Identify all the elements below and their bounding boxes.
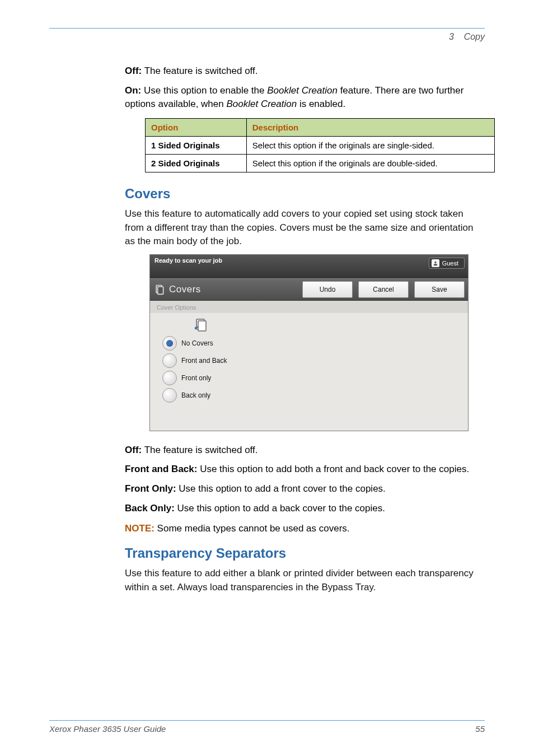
covers-off-label: Off: (125, 445, 142, 455)
off-paragraph: Off: The feature is switched off. (125, 64, 485, 78)
ui-topbar: Ready to scan your job Guest (150, 255, 468, 278)
guest-chip[interactable]: Guest (429, 258, 465, 269)
section-title-transparency: Transparency Separators (125, 545, 485, 561)
th-option: Option (146, 118, 247, 136)
on-label: On: (125, 85, 141, 96)
covers-off-text: The feature is switched off. (142, 445, 257, 455)
user-icon (432, 259, 439, 267)
fb-label: Front and Back: (125, 464, 197, 474)
on-text-1: Use this option to enable the (141, 85, 267, 96)
svg-rect-2 (158, 287, 163, 294)
footer-guide-title: Xerox Phaser 3635 User Guide (49, 724, 166, 734)
radio-group: No Covers Front and Back Front only Back… (150, 313, 468, 411)
radio-indicator-icon (162, 353, 177, 368)
front-only-paragraph: Front Only: Use this option to add a fro… (125, 482, 485, 496)
breadcrumb: 3 Copy (49, 32, 485, 42)
undo-button[interactable]: Undo (302, 281, 353, 298)
document-stack-icon (153, 283, 166, 296)
fo-label: Front Only: (125, 483, 176, 494)
cover-page-icon (194, 318, 209, 333)
fb-text: Use this option to add both a front and … (197, 464, 469, 474)
radio-no-covers[interactable]: No Covers (162, 336, 461, 351)
cancel-button[interactable]: Cancel (358, 281, 409, 298)
panel-title: Covers (169, 284, 297, 295)
radio-front-and-back[interactable]: Front and Back (162, 353, 461, 368)
bo-label: Back Only: (125, 503, 175, 514)
section-title-covers: Covers (125, 186, 485, 202)
on-em-2: Booklet Creation (226, 99, 297, 109)
covers-ui-screenshot: Ready to scan your job Guest Covers Undo… (149, 254, 469, 431)
transparency-text: Use this feature to add either a blank o… (125, 567, 485, 594)
table-row: 1 Sided Originals Select this option if … (146, 136, 495, 154)
chapter-title: Copy (464, 32, 485, 41)
front-and-back-paragraph: Front and Back: Use this option to add b… (125, 463, 485, 477)
fo-text: Use this option to add a front cover to … (176, 483, 386, 494)
back-only-paragraph: Back Only: Use this option to add a back… (125, 502, 485, 516)
table-row: 2 Sided Originals Select this option if … (146, 154, 495, 172)
header-rule (49, 28, 485, 29)
note-paragraph: NOTE: Some media types cannot be used as… (125, 523, 485, 534)
bo-text: Use this option to add a back cover to t… (175, 503, 385, 514)
on-paragraph: On: Use this option to enable the Bookle… (125, 84, 485, 111)
note-label: NOTE: (125, 523, 154, 534)
radio-label: Back only (181, 391, 210, 399)
radio-label: No Covers (181, 339, 213, 347)
desc-cell: Select this option if the originals are … (246, 136, 494, 154)
booklet-options-table: Option Description 1 Sided Originals Sel… (145, 118, 495, 172)
footer-rule (49, 720, 485, 721)
on-text-3: is enabled. (297, 99, 345, 109)
svg-rect-4 (198, 321, 206, 331)
off-text: The feature is switched off. (142, 66, 257, 76)
radio-label: Front only (181, 374, 211, 382)
opt-cell: 1 Sided Originals (146, 136, 247, 154)
radio-indicator-icon (162, 388, 177, 403)
radio-label: Front and Back (181, 357, 227, 365)
page-footer: Xerox Phaser 3635 User Guide 55 (49, 720, 485, 734)
opt-cell: 2 Sided Originals (146, 154, 247, 172)
svg-point-0 (434, 262, 436, 263)
off-label: Off: (125, 66, 142, 76)
desc-cell: Select this option if the originals are … (246, 154, 494, 172)
guest-label: Guest (442, 260, 458, 267)
cover-options-group-label: Cover Options (150, 301, 468, 313)
on-em-1: Booklet Creation (267, 85, 338, 96)
note-text: Some media types cannot be used as cover… (154, 523, 350, 534)
chapter-number: 3 (449, 32, 454, 41)
save-button[interactable]: Save (414, 281, 465, 298)
radio-back-only[interactable]: Back only (162, 388, 461, 403)
th-description: Description (246, 118, 494, 136)
radio-front-only[interactable]: Front only (162, 371, 461, 385)
status-text: Ready to scan your job (154, 257, 222, 264)
radio-indicator-icon (162, 336, 177, 351)
footer-page-number: 55 (475, 724, 485, 734)
covers-off-paragraph: Off: The feature is switched off. (125, 444, 485, 458)
radio-indicator-icon (162, 371, 177, 385)
panel-title-row: Covers Undo Cancel Save (150, 278, 468, 301)
covers-intro: Use this feature to automatically add co… (125, 207, 485, 249)
